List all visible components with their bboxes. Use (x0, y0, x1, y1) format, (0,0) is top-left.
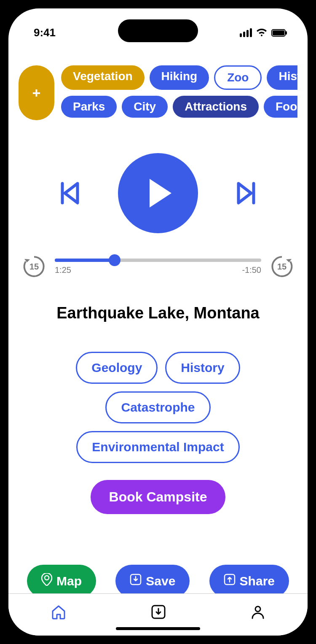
chip-food[interactable]: Food (264, 96, 297, 118)
download-icon (130, 574, 142, 588)
topic-catastrophe[interactable]: Catastrophe (105, 391, 210, 423)
chip-hiking[interactable]: Hiking (150, 65, 209, 90)
topic-pills: Geology History Catastrophe Environmenta… (19, 352, 297, 463)
play-button[interactable] (118, 153, 198, 233)
scrubber-track[interactable] (55, 259, 261, 262)
share-label: Share (240, 574, 275, 588)
forward-seconds-label: 15 (277, 262, 287, 272)
svg-point-6 (255, 606, 260, 612)
remaining-time: -1:50 (242, 265, 261, 275)
saved-icon (150, 604, 166, 620)
pin-icon (41, 573, 52, 589)
chip-zoo[interactable]: Zoo (214, 65, 262, 90)
tab-profile[interactable] (250, 604, 266, 622)
player-controls (19, 153, 297, 233)
save-label: Save (146, 574, 175, 588)
topic-env-impact[interactable]: Environmental Impact (76, 431, 239, 463)
phone-frame: 9:41 + Vegetation (0, 0, 316, 644)
category-chips: + Vegetation Hiking Zoo Historic Parks C… (19, 65, 297, 124)
wifi-icon (256, 29, 267, 37)
action-buttons: Map Save Share (19, 565, 297, 593)
chip-vegetation[interactable]: Vegetation (61, 65, 145, 90)
add-category-button[interactable]: + (19, 65, 54, 120)
rewind-seconds-label: 15 (29, 262, 39, 272)
book-campsite-button[interactable]: Book Campsite (91, 480, 226, 514)
next-track-button[interactable] (232, 178, 261, 208)
tab-saved[interactable] (150, 604, 166, 622)
chip-city[interactable]: City (122, 96, 168, 118)
svg-rect-2 (286, 31, 287, 35)
save-button[interactable]: Save (115, 565, 190, 593)
share-button[interactable]: Share (209, 565, 289, 593)
play-icon (150, 179, 171, 207)
home-icon (50, 604, 67, 620)
forward-15-button[interactable]: 15 (270, 254, 294, 279)
side-button (0, 207, 2, 247)
topic-history[interactable]: History (165, 352, 240, 384)
svg-rect-1 (273, 30, 284, 35)
home-indicator (116, 627, 200, 630)
share-icon (224, 574, 236, 588)
map-button[interactable]: Map (27, 565, 96, 593)
side-button (0, 118, 2, 139)
page-title: Earthquake Lake, Montana (19, 304, 297, 322)
side-button (314, 173, 316, 236)
map-label: Map (56, 574, 82, 588)
profile-icon (250, 604, 266, 620)
cellular-icon (240, 28, 252, 37)
battery-icon (271, 29, 287, 37)
scrubber-thumb[interactable] (109, 254, 121, 266)
chip-historic[interactable]: Historic (267, 65, 297, 90)
status-time: 9:41 (34, 26, 56, 39)
elapsed-time: 1:25 (55, 265, 71, 275)
scrubber-fill (55, 259, 115, 262)
side-button (0, 156, 2, 196)
topic-geology[interactable]: Geology (76, 352, 158, 384)
chip-parks[interactable]: Parks (61, 96, 117, 118)
dynamic-island (118, 19, 198, 42)
previous-track-button[interactable] (55, 178, 84, 208)
rewind-15-button[interactable]: 15 (22, 254, 46, 279)
tab-home[interactable] (50, 604, 67, 622)
chip-attractions[interactable]: Attractions (173, 96, 259, 118)
